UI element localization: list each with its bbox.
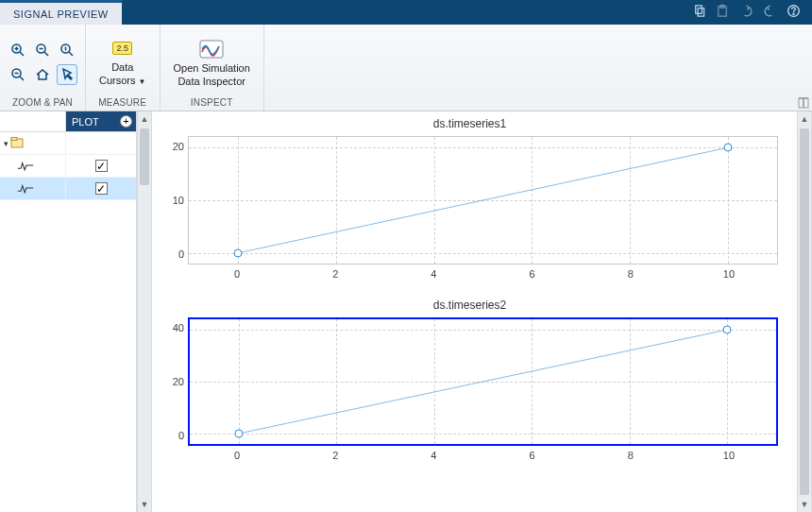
zoom-x-icon[interactable]	[32, 40, 53, 60]
undo-icon[interactable]	[739, 4, 753, 21]
help-icon[interactable]	[787, 4, 801, 21]
data-marker	[723, 326, 732, 334]
zoom-out-icon[interactable]	[8, 64, 28, 85]
x-tick: 2	[332, 450, 338, 461]
ribbon-expand-icon[interactable]	[797, 96, 810, 110]
x-tick: 0	[234, 450, 240, 461]
plot-column-header[interactable]: PLOT +	[66, 111, 136, 131]
svg-line-15	[239, 330, 728, 434]
ribbon-group-label: ZOOM & PAN	[0, 95, 85, 111]
y-tick: 40	[173, 322, 184, 333]
ribbon-group-measure: 2.5 DataCursors ▼ MEASURE	[86, 25, 161, 111]
copy-icon[interactable]	[692, 4, 706, 21]
sdi-icon	[198, 39, 225, 60]
x-tick: 0	[234, 268, 240, 280]
svg-point-5	[793, 13, 794, 14]
main: PLOT + ▾ ✓ ✓	[0, 111, 812, 512]
data-marker	[234, 430, 243, 438]
home-icon[interactable]	[32, 64, 53, 85]
x-tick: 8	[628, 450, 634, 461]
tab-signal-preview[interactable]: SIGNAL PREVIEW	[0, 0, 123, 25]
signal-icon	[17, 160, 34, 173]
scroll-thumb[interactable]	[800, 128, 809, 495]
x-tick: 6	[530, 268, 535, 280]
sidebar-scrollbar[interactable]: ▲ ▼	[137, 111, 152, 512]
plot-title: ds.timeseries1	[156, 117, 784, 130]
ribbon-group-zoom-pan: ZOOM & PAN	[0, 25, 86, 111]
y-tick: 20	[173, 141, 184, 152]
x-tick: 10	[723, 450, 735, 461]
plot-checkbox[interactable]: ✓	[95, 160, 108, 172]
plot-scrollbar[interactable]: ▲ ▼	[797, 111, 812, 512]
redo-icon[interactable]	[763, 4, 777, 21]
open-sdi-button[interactable]: Open SimulationData Inspector	[168, 36, 256, 88]
add-plot-icon[interactable]: +	[120, 115, 132, 128]
expand-icon[interactable]: ▾	[4, 139, 8, 148]
plot-title: ds.timeseries2	[156, 299, 784, 312]
svg-rect-0	[696, 6, 702, 13]
plot-pane: ds.timeseries1010200246810ds.timeseries2…	[152, 111, 812, 512]
y-tick: 20	[173, 376, 184, 387]
y-tick: 10	[173, 195, 184, 206]
scroll-up-icon[interactable]: ▲	[138, 111, 151, 127]
sidebar: PLOT + ▾ ✓ ✓	[0, 111, 137, 512]
x-tick: 8	[628, 268, 634, 280]
paste-icon[interactable]	[716, 4, 730, 21]
titlebar: SIGNAL PREVIEW	[0, 0, 812, 25]
dataset-icon	[10, 136, 24, 151]
scroll-down-icon[interactable]: ▼	[138, 497, 151, 512]
plot[interactable]: ds.timeseries1010200246810	[156, 117, 784, 285]
tree-signal-row[interactable]: ✓	[0, 155, 136, 178]
data-marker	[233, 248, 242, 257]
data-cursors-button[interactable]: 2.5 DataCursors ▼	[93, 35, 152, 89]
plot[interactable]: ds.timeseries2020400246810	[156, 299, 784, 467]
signal-icon	[17, 182, 34, 196]
scroll-down-icon[interactable]: ▼	[798, 497, 811, 512]
plot-axes[interactable]	[188, 136, 778, 265]
scroll-thumb[interactable]	[140, 128, 149, 185]
svg-rect-13	[11, 137, 17, 140]
ribbon-group-label: MEASURE	[86, 95, 160, 111]
data-marker	[724, 144, 733, 152]
tree-header: PLOT +	[0, 111, 136, 132]
plot-checkbox[interactable]: ✓	[95, 182, 108, 195]
tree-root-row[interactable]: ▾	[0, 132, 136, 155]
zoom-in-icon[interactable]	[8, 40, 28, 60]
y-tick: 0	[178, 248, 184, 260]
ribbon-group-inspect: Open SimulationData Inspector INSPECT	[161, 25, 264, 111]
x-tick: 2	[332, 268, 338, 280]
x-tick: 4	[431, 450, 436, 461]
data-cursors-icon: 2.5	[110, 38, 136, 59]
x-tick: 6	[530, 450, 535, 461]
ribbon-group-label: INSPECT	[161, 95, 263, 111]
svg-rect-1	[698, 9, 704, 16]
y-tick: 0	[178, 430, 184, 441]
svg-line-14	[238, 147, 728, 253]
x-tick: 10	[723, 268, 735, 280]
plot-axes[interactable]	[188, 317, 778, 446]
tree-signal-row[interactable]: ✓	[0, 178, 136, 200]
zoom-y-icon[interactable]	[57, 40, 77, 60]
pointer-icon[interactable]	[57, 64, 77, 85]
x-tick: 4	[431, 268, 436, 280]
titlebar-actions	[692, 0, 812, 25]
scroll-up-icon[interactable]: ▲	[798, 111, 811, 127]
ribbon: ZOOM & PAN 2.5 DataCursors ▼ MEASURE Ope…	[0, 25, 812, 111]
